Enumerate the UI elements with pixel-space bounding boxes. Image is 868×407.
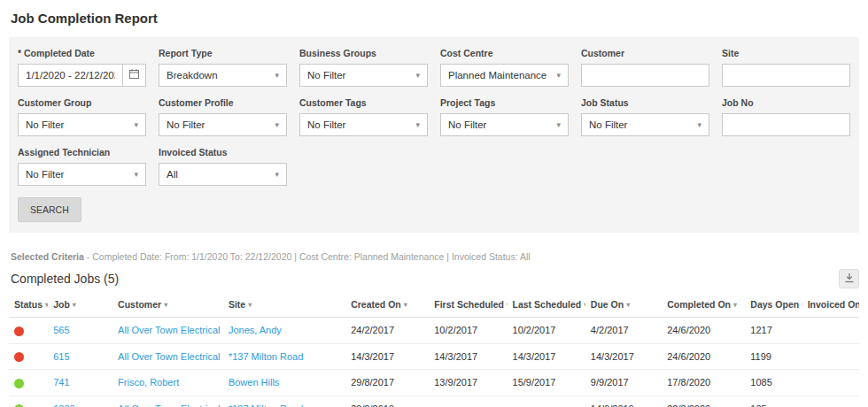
job-no-input[interactable] bbox=[722, 113, 850, 136]
status-dot bbox=[14, 379, 24, 388]
job-status-select[interactable]: No Filter ▾ bbox=[581, 113, 709, 136]
sort-arrow-icon: ▾ bbox=[584, 301, 585, 309]
cost-centre-select[interactable]: Planned Maintenance ▾ bbox=[440, 64, 569, 87]
field-job-status: Job Status No Filter ▾ bbox=[581, 97, 709, 136]
column-header-invoiced-on[interactable]: Invoiced On▾ bbox=[802, 292, 859, 318]
business-groups-select[interactable]: No Filter ▾ bbox=[299, 64, 428, 87]
site-input[interactable] bbox=[722, 64, 850, 87]
download-icon bbox=[844, 273, 855, 286]
customer-link[interactable]: Frisco, Robert bbox=[118, 377, 179, 388]
site-link[interactable]: Jones, Andy bbox=[229, 325, 282, 335]
due-on-cell: 9/9/2017 bbox=[585, 370, 662, 396]
invoiced-status-value: All bbox=[167, 169, 178, 180]
site-link[interactable]: Bowen Hills bbox=[229, 377, 279, 388]
customer-link[interactable]: All Over Town Electrical Services bbox=[118, 403, 223, 407]
sort-arrow-icon: ▾ bbox=[45, 301, 48, 309]
assigned-technician-select[interactable]: No Filter ▾ bbox=[18, 163, 146, 186]
column-header-status[interactable]: Status▾ bbox=[9, 292, 48, 318]
page-title: Job Completion Report bbox=[11, 11, 859, 26]
customer-tags-label: Customer Tags bbox=[299, 97, 428, 108]
first-scheduled-cell: 13/9/2017 bbox=[429, 370, 507, 396]
calendar-button[interactable] bbox=[122, 64, 146, 87]
report-type-label: Report Type bbox=[159, 48, 287, 58]
customer-group-select[interactable]: No Filter ▾ bbox=[18, 113, 146, 136]
first-scheduled-cell: 14/3/2017 bbox=[429, 343, 507, 370]
column-header-site[interactable]: Site▾ bbox=[223, 292, 345, 318]
sort-arrow-icon: ▾ bbox=[164, 301, 167, 309]
completed-on-cell: 24/6/2020 bbox=[662, 318, 745, 344]
completed-date-input[interactable] bbox=[18, 64, 122, 87]
due-on-cell: 14/9/2019 bbox=[585, 395, 662, 407]
sort-arrow-icon: ▾ bbox=[248, 301, 252, 309]
report-type-select[interactable]: Breakdown ▾ bbox=[159, 64, 287, 87]
search-button[interactable]: SEARCH bbox=[18, 197, 81, 222]
days-open-cell: 1199 bbox=[745, 343, 802, 370]
completed-date-label: * Completed Date bbox=[18, 48, 146, 58]
assigned-technician-label: Assigned Technician bbox=[18, 147, 146, 157]
column-header-customer[interactable]: Customer▾ bbox=[112, 292, 223, 318]
days-open-cell: 1085 bbox=[745, 370, 802, 396]
sort-arrow-icon: ▾ bbox=[626, 301, 630, 309]
sort-arrow-icon: ▾ bbox=[73, 301, 76, 309]
last-scheduled-cell: 14/3/2017 bbox=[508, 343, 585, 370]
customer-label: Customer bbox=[581, 48, 709, 58]
field-project-tags: Project Tags No Filter ▾ bbox=[440, 97, 569, 136]
chevron-down-icon: ▾ bbox=[134, 120, 138, 129]
calendar-icon bbox=[128, 68, 140, 82]
completed-on-cell: 24/6/2020 bbox=[662, 343, 745, 370]
chevron-down-icon: ▾ bbox=[275, 120, 279, 129]
column-header-completed-on[interactable]: Completed On▾ bbox=[662, 292, 745, 318]
filter-panel: * Completed Date Report Type Breakdown ▾ bbox=[9, 37, 859, 233]
status-dot bbox=[14, 326, 24, 336]
customer-tags-select[interactable]: No Filter ▾ bbox=[299, 113, 428, 136]
field-cost-centre: Cost Centre Planned Maintenance ▾ bbox=[440, 48, 569, 87]
column-header-last-scheduled[interactable]: Last Scheduled▾ bbox=[508, 292, 585, 318]
last-scheduled-cell: 15/9/2017 bbox=[508, 370, 585, 396]
column-header-created-on[interactable]: Created On▾ bbox=[345, 292, 429, 318]
job-no-label: Job No bbox=[722, 97, 850, 108]
field-report-type: Report Type Breakdown ▾ bbox=[159, 48, 287, 87]
column-header-first-scheduled[interactable]: First Scheduled▾ bbox=[429, 292, 507, 318]
sort-arrow-icon: ▾ bbox=[404, 301, 407, 309]
export-button[interactable] bbox=[839, 269, 859, 288]
invoiced-status-select[interactable]: All ▾ bbox=[159, 163, 287, 186]
column-header-days-open[interactable]: Days Open▾ bbox=[745, 292, 802, 318]
site-link[interactable]: *137 Milton Road bbox=[229, 351, 303, 362]
field-assigned-technician: Assigned Technician No Filter ▾ bbox=[18, 147, 146, 186]
field-customer-group: Customer Group No Filter ▾ bbox=[18, 97, 146, 136]
first-scheduled-cell: 10/2/2017 bbox=[429, 318, 507, 344]
customer-profile-value: No Filter bbox=[167, 119, 205, 130]
job-link[interactable]: 1330 bbox=[53, 403, 74, 407]
business-groups-value: No Filter bbox=[307, 70, 345, 81]
job-link[interactable]: 565 bbox=[53, 325, 69, 335]
column-header-job[interactable]: Job▾ bbox=[48, 292, 112, 318]
site-link[interactable]: *137 Milton Road bbox=[229, 403, 303, 407]
customer-input[interactable] bbox=[581, 64, 709, 87]
field-site: Site bbox=[722, 48, 850, 87]
due-on-cell: 14/3/2017 bbox=[585, 343, 662, 370]
customer-link[interactable]: All Over Town Electrical Services bbox=[118, 325, 223, 335]
field-job-no: Job No bbox=[722, 97, 850, 136]
invoiced-on-cell bbox=[802, 370, 859, 396]
last-scheduled-cell bbox=[508, 395, 585, 407]
job-link[interactable]: 741 bbox=[53, 377, 69, 388]
invoiced-on-cell bbox=[802, 343, 859, 370]
customer-profile-select[interactable]: No Filter ▾ bbox=[159, 113, 287, 136]
table-row: 615 All Over Town Electrical Services *1… bbox=[9, 343, 859, 370]
results-title: Completed Jobs (5) bbox=[11, 272, 119, 286]
selected-criteria-label: Selected Criteria bbox=[11, 251, 84, 262]
column-header-due-on[interactable]: Due On▾ bbox=[585, 292, 662, 318]
sort-arrow-icon: ▾ bbox=[507, 301, 508, 309]
chevron-down-icon: ▾ bbox=[556, 120, 561, 129]
report-type-value: Breakdown bbox=[167, 70, 218, 81]
chevron-down-icon: ▾ bbox=[697, 120, 701, 129]
sort-arrow-icon: ▾ bbox=[733, 301, 737, 309]
job-link[interactable]: 615 bbox=[53, 351, 69, 362]
customer-link[interactable]: All Over Town Electrical Services bbox=[118, 351, 223, 362]
field-customer-profile: Customer Profile No Filter ▾ bbox=[159, 97, 287, 136]
project-tags-select[interactable]: No Filter ▾ bbox=[440, 113, 569, 136]
customer-group-label: Customer Group bbox=[18, 97, 146, 108]
last-scheduled-cell: 10/2/2017 bbox=[508, 318, 585, 344]
page: Job Completion Report * Completed Date R… bbox=[0, 0, 868, 407]
job-status-label: Job Status bbox=[581, 97, 709, 108]
